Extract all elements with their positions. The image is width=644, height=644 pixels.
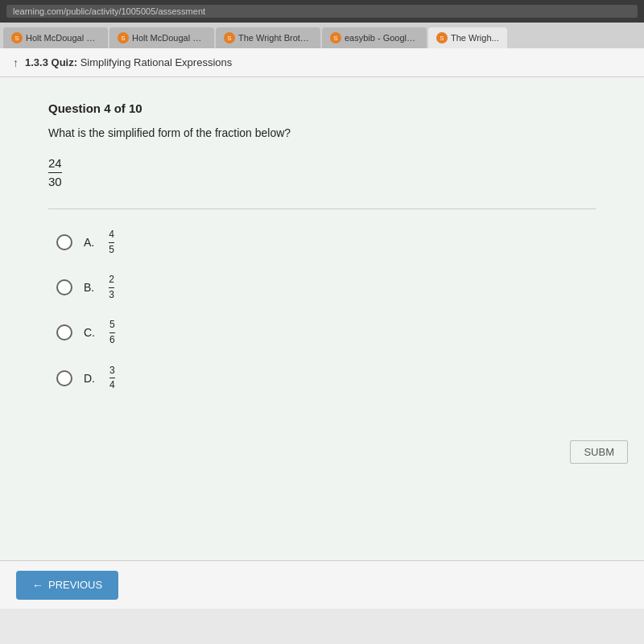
choice-fraction-b: 2 3 xyxy=(109,274,114,301)
divider xyxy=(48,208,596,209)
browser-chrome: learning.com/public/activity/1005005/ass… xyxy=(0,0,644,23)
choice-row-d[interactable]: D. 3 4 xyxy=(56,365,596,392)
tab-label-4: The Wrigh... xyxy=(451,33,499,43)
choice-fraction-d: 3 4 xyxy=(109,365,115,392)
choice-a-denominator: 5 xyxy=(109,243,114,257)
tab-label-3: easybib - Google Se... xyxy=(345,33,419,43)
choice-fraction-a: 4 5 xyxy=(109,229,114,256)
radio-a[interactable] xyxy=(56,234,72,250)
choice-fraction-c: 5 6 xyxy=(109,319,115,346)
tabs-bar: S Holt McDougal Onli... S Holt McDougal … xyxy=(0,23,644,48)
fraction-numerator: 24 xyxy=(48,155,62,173)
breadcrumb-quiz-title: Simplifying Rational Expressions xyxy=(77,56,232,68)
choice-d-numerator: 3 xyxy=(109,365,115,379)
tab-label-0: Holt McDougal Onli... xyxy=(26,33,100,43)
bottom-bar: ← PREVIOUS xyxy=(0,560,644,609)
tab-favicon-2: S xyxy=(224,32,235,43)
previous-button[interactable]: ← PREVIOUS xyxy=(16,571,118,600)
tab-label-2: The Wright Brother... xyxy=(238,33,312,43)
submit-button[interactable]: SUBM xyxy=(570,440,628,464)
tab-4[interactable]: S The Wrigh... xyxy=(428,27,507,48)
tab-1[interactable]: S Holt McDougal Onli... xyxy=(109,27,214,48)
tab-favicon-0: S xyxy=(11,32,23,43)
previous-button-label: PREVIOUS xyxy=(48,579,102,591)
fraction-denominator: 30 xyxy=(48,173,62,190)
choice-label-c: C. xyxy=(84,326,95,339)
question-fraction: 24 30 xyxy=(48,155,62,189)
question-text: What is the simplified form of the fract… xyxy=(48,126,596,139)
breadcrumb-quiz-label: 1.3.3 Quiz: xyxy=(25,56,77,68)
radio-c[interactable] xyxy=(56,324,72,341)
radio-d[interactable] xyxy=(56,370,72,386)
address-bar[interactable]: learning.com/public/activity/1005005/ass… xyxy=(6,5,638,18)
choice-c-numerator: 5 xyxy=(109,319,115,333)
question-header: Question 4 of 10 xyxy=(48,101,596,115)
tab-favicon-3: S xyxy=(330,32,341,43)
choice-row-a[interactable]: A. 4 5 xyxy=(56,229,596,256)
choice-d-denominator: 4 xyxy=(109,378,115,392)
choice-label-b: B. xyxy=(84,281,94,294)
submit-area: SUBM xyxy=(570,440,628,464)
radio-b[interactable] xyxy=(56,279,72,295)
prev-arrow-icon: ← xyxy=(32,579,43,592)
fraction-display: 24 30 xyxy=(48,155,596,189)
choice-row-b[interactable]: B. 2 3 xyxy=(56,274,596,301)
main-content: Question 4 of 10 What is the simplified … xyxy=(0,77,644,560)
choice-label-a: A. xyxy=(84,236,94,249)
choice-b-denominator: 3 xyxy=(109,288,114,302)
tab-label-1: Holt McDougal Onli... xyxy=(132,33,206,43)
breadcrumb-bar: ↑ 1.3.3 Quiz: Simplifying Rational Expre… xyxy=(0,48,644,77)
breadcrumb-up-icon: ↑ xyxy=(13,56,19,69)
breadcrumb: 1.3.3 Quiz: Simplifying Rational Express… xyxy=(25,56,232,68)
tab-0[interactable]: S Holt McDougal Onli... xyxy=(3,27,108,48)
tab-favicon-1: S xyxy=(118,32,129,43)
tab-2[interactable]: S The Wright Brother... xyxy=(216,27,320,48)
choice-b-numerator: 2 xyxy=(109,274,114,288)
choice-a-numerator: 4 xyxy=(109,229,114,243)
tab-favicon-4: S xyxy=(436,32,448,43)
choice-label-d: D. xyxy=(84,372,95,385)
choice-row-c[interactable]: C. 5 6 xyxy=(56,319,596,346)
choices-list: A. 4 5 B. 2 3 C. 5 6 D. xyxy=(48,229,596,392)
tab-3[interactable]: S easybib - Google Se... xyxy=(322,27,427,48)
choice-c-denominator: 6 xyxy=(109,333,115,347)
